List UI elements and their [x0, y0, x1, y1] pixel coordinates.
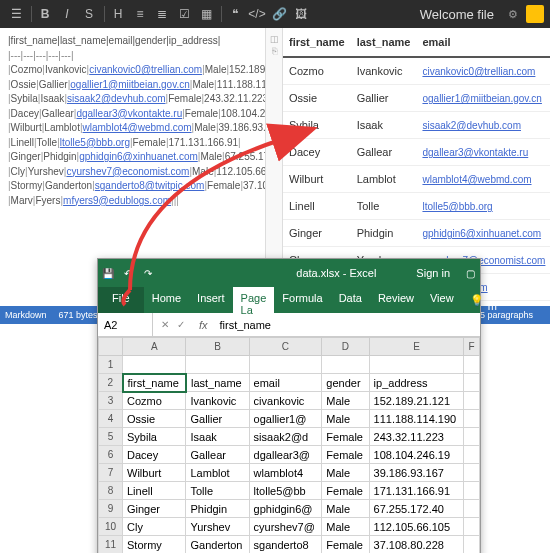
cell[interactable]: Ivankovic	[186, 392, 249, 410]
list-icon[interactable]: ≡	[130, 4, 150, 24]
cell[interactable]	[186, 356, 249, 374]
cell[interactable]: 112.105.66.105	[369, 518, 464, 536]
row-header[interactable]: 5	[99, 428, 123, 446]
strike-icon[interactable]: S	[79, 4, 99, 24]
ribbon-tab[interactable]: File	[98, 287, 144, 313]
email-link[interactable]: sisaak2@devhub.com	[422, 120, 521, 131]
cell[interactable]	[464, 500, 480, 518]
redo-icon[interactable]: ↷	[138, 268, 158, 279]
cell[interactable]: Ossie	[123, 410, 186, 428]
cell[interactable]	[464, 464, 480, 482]
cell[interactable]	[464, 446, 480, 464]
cell[interactable]	[123, 356, 186, 374]
cell[interactable]: 37.108.80.228	[369, 536, 464, 554]
cell[interactable]: 108.104.246.19	[369, 446, 464, 464]
col-header[interactable]: B	[186, 338, 249, 356]
cell[interactable]: Female	[322, 446, 369, 464]
row-header[interactable]: 11	[99, 536, 123, 554]
cell[interactable]: Yurshev	[186, 518, 249, 536]
email-link[interactable]: ltolle5@bbb.org	[422, 201, 492, 212]
cell[interactable]	[464, 482, 480, 500]
cell[interactable]: Female	[322, 482, 369, 500]
cell[interactable]: gphidgin6@	[249, 500, 322, 518]
cell[interactable]: ip_address	[369, 374, 464, 392]
cell[interactable]: 67.255.172.40	[369, 500, 464, 518]
fx-icon[interactable]: fx	[193, 319, 214, 331]
save-icon[interactable]: 💾	[98, 268, 118, 279]
quote-icon[interactable]: ❝	[225, 4, 245, 24]
cell[interactable]: sganderto8	[249, 536, 322, 554]
email-link[interactable]: dgallear3@vkontakte.ru	[422, 147, 528, 158]
ribbon-tab[interactable]: Formula	[274, 287, 330, 313]
ribbon-tab[interactable]: View	[422, 287, 462, 313]
row-header[interactable]: 1	[99, 356, 123, 374]
cell[interactable]	[464, 374, 480, 392]
cell[interactable]: 243.32.11.223	[369, 428, 464, 446]
row-header[interactable]: 8	[99, 482, 123, 500]
code-icon[interactable]: </>	[247, 4, 267, 24]
cell[interactable]: 152.189.21.121	[369, 392, 464, 410]
cell[interactable]	[249, 356, 322, 374]
cell[interactable]	[464, 410, 480, 428]
email-link[interactable]: gphidgin6@xinhuanet.com	[422, 228, 541, 239]
row-header[interactable]: 4	[99, 410, 123, 428]
cell[interactable]	[464, 356, 480, 374]
italic-icon[interactable]: I	[57, 4, 77, 24]
cell[interactable]: ogallier1@	[249, 410, 322, 428]
cell[interactable]: civankovic	[249, 392, 322, 410]
email-link[interactable]: civankovic0@trellian.com	[422, 66, 535, 77]
cell[interactable]: Cozmo	[123, 392, 186, 410]
cell[interactable]	[322, 356, 369, 374]
cell[interactable]: Gallear	[186, 446, 249, 464]
cell[interactable]: Female	[322, 428, 369, 446]
cell[interactable]: Male	[322, 392, 369, 410]
cell[interactable]	[369, 356, 464, 374]
cell[interactable]: Ginger	[123, 500, 186, 518]
cell[interactable]: email	[249, 374, 322, 392]
cell[interactable]: Male	[322, 410, 369, 428]
ribbon-tab[interactable]: Insert	[189, 287, 233, 313]
cell[interactable]: Stormy	[123, 536, 186, 554]
bold-icon[interactable]: B	[35, 4, 55, 24]
cell[interactable]: 111.188.114.190	[369, 410, 464, 428]
gear-icon[interactable]: ⚙	[504, 5, 522, 23]
ribbon-tab[interactable]: Data	[331, 287, 370, 313]
cell[interactable]: Male	[322, 518, 369, 536]
image-icon[interactable]: 🖼	[291, 4, 311, 24]
cell[interactable]: 171.131.166.91	[369, 482, 464, 500]
name-box[interactable]: A2	[98, 313, 153, 336]
email-link[interactable]: wlamblot4@webmd.com	[422, 174, 531, 185]
row-header[interactable]: 7	[99, 464, 123, 482]
row-header[interactable]: 6	[99, 446, 123, 464]
undo-icon[interactable]: ↶	[118, 268, 138, 279]
row-header[interactable]: 2	[99, 374, 123, 392]
formula-input[interactable]: first_name	[214, 319, 277, 331]
cell[interactable]: Isaak	[186, 428, 249, 446]
row-header[interactable]: 9	[99, 500, 123, 518]
ribbon-tab[interactable]: Review	[370, 287, 422, 313]
col-header[interactable]: E	[369, 338, 464, 356]
col-header[interactable]: F	[464, 338, 480, 356]
cell[interactable]: wlamblot4	[249, 464, 322, 482]
col-header[interactable]: D	[322, 338, 369, 356]
cell[interactable]: sisaak2@d	[249, 428, 322, 446]
account-icon[interactable]	[526, 5, 544, 23]
cell[interactable]: Cly	[123, 518, 186, 536]
cell[interactable]: Male	[322, 464, 369, 482]
cell[interactable]: last_name	[186, 374, 249, 392]
cell[interactable]: Male	[322, 500, 369, 518]
email-link[interactable]: ogallier1@miitbeian.gov.cn	[422, 93, 541, 104]
signin-link[interactable]: Sign in	[416, 267, 450, 279]
enter-icon[interactable]: ✓	[173, 319, 189, 330]
cell[interactable]: Female	[322, 536, 369, 554]
cell[interactable]	[464, 518, 480, 536]
excel-titlebar[interactable]: 💾 ↶ ↷ data.xlsx - Excel Sign in ▢	[98, 259, 480, 287]
window-controls[interactable]: ▢	[460, 268, 480, 279]
cell[interactable]: cyurshev7@	[249, 518, 322, 536]
corner[interactable]	[99, 338, 123, 356]
cell[interactable]: Lamblot	[186, 464, 249, 482]
cell[interactable]: ltolle5@bb	[249, 482, 322, 500]
row-header[interactable]: 3	[99, 392, 123, 410]
cell[interactable]: Gallier	[186, 410, 249, 428]
cancel-icon[interactable]: ✕	[157, 319, 173, 330]
